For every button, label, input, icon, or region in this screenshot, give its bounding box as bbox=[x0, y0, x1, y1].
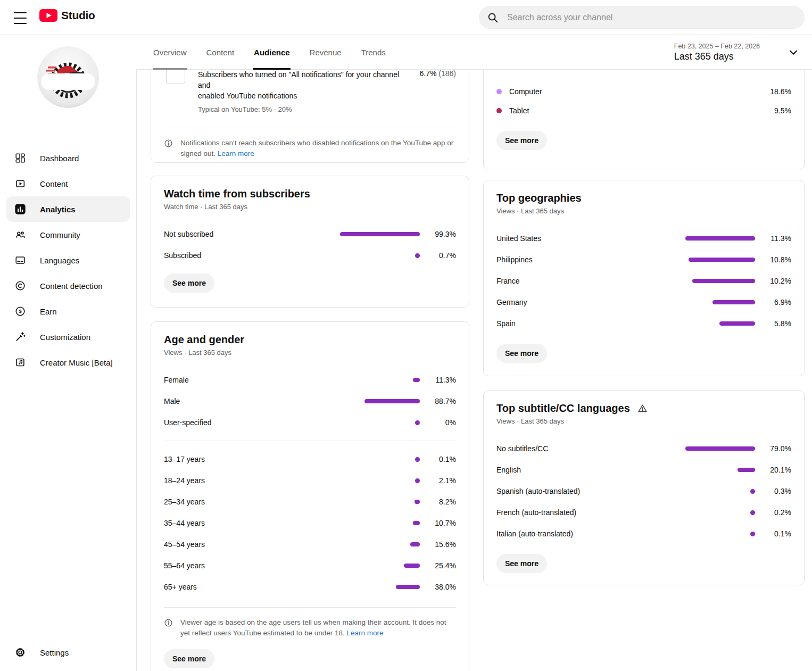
stat-label: United States bbox=[496, 234, 685, 243]
stat-value: 6.9% bbox=[763, 298, 791, 306]
stat-row: Subscribed 0.7% bbox=[164, 245, 456, 266]
stat-bar bbox=[719, 321, 755, 326]
notifications-value: 6.7% (186) bbox=[420, 70, 457, 78]
sidebar: Dashboard Content Analytics Community bbox=[0, 35, 137, 671]
stat-bar bbox=[415, 500, 420, 504]
analytics-content[interactable]: Subscribers who turned on "All notificat… bbox=[136, 70, 812, 671]
legend-value: 9.5% bbox=[763, 106, 791, 115]
stat-row: France 10.2% bbox=[496, 270, 791, 292]
youtube-studio-logo[interactable]: Studio bbox=[39, 9, 95, 22]
stat-bar bbox=[415, 420, 420, 425]
stat-value: 0.2% bbox=[763, 508, 791, 517]
learn-more-link[interactable]: Learn more bbox=[346, 629, 383, 637]
search-input[interactable] bbox=[506, 12, 799, 23]
notifications-card: Subscribers who turned on "All notificat… bbox=[151, 70, 469, 163]
sidebar-settings: Settings bbox=[0, 640, 136, 665]
youtube-studio-analytics-page: Studio bbox=[0, 0, 812, 671]
sidebar-item-earn[interactable]: $ Earn bbox=[0, 299, 136, 324]
tab-trends[interactable]: Trends bbox=[361, 35, 386, 70]
card-title: Top geographies bbox=[496, 192, 791, 204]
date-range-picker[interactable]: Feb 23, 2025 – Feb 22, 2026 Last 365 day… bbox=[674, 35, 799, 70]
stat-row: 65+ years 38.0% bbox=[164, 576, 456, 598]
tabs: Overview Content Audience Revenue Trends bbox=[153, 35, 386, 70]
dollar-icon: $ bbox=[14, 305, 27, 318]
card-subtitle: Views · Last 365 days bbox=[496, 417, 791, 425]
chevron-down-icon bbox=[788, 46, 799, 58]
stat-row: 45–54 years 15.6% bbox=[164, 534, 456, 555]
card-title: Top subtitle/CC languages bbox=[496, 402, 791, 415]
sidebar-item-content-detection[interactable]: Content detection bbox=[0, 273, 136, 299]
age-gender-chart: Female 11.3% Male 88.7% User-specified 0… bbox=[164, 369, 456, 598]
stat-bar bbox=[410, 542, 420, 546]
stat-value: 2.1% bbox=[427, 476, 456, 485]
stat-value: 0.3% bbox=[763, 487, 791, 495]
stat-value: 5.8% bbox=[763, 319, 791, 328]
subtitles-chart: No subtitles/CC 79.0% English 20.1% Span… bbox=[496, 438, 791, 544]
notifications-typical: Typical on YouTube: 5% - 20% bbox=[198, 104, 411, 115]
see-more-button[interactable]: See more bbox=[164, 649, 214, 668]
stat-label: 35–44 years bbox=[164, 519, 364, 527]
stat-label: Male bbox=[164, 397, 364, 405]
search-bar[interactable] bbox=[479, 6, 805, 29]
stat-label: Germany bbox=[496, 298, 685, 306]
sidebar-item-languages[interactable]: Languages bbox=[0, 247, 136, 273]
stat-row: English 20.1% bbox=[496, 459, 791, 481]
legend-label: Tablet bbox=[509, 106, 755, 115]
stat-value: 0% bbox=[427, 418, 456, 427]
tab-overview[interactable]: Overview bbox=[153, 35, 187, 70]
tab-revenue[interactable]: Revenue bbox=[309, 35, 342, 70]
see-more-button[interactable]: See more bbox=[496, 131, 547, 150]
stat-row: Spain 5.8% bbox=[496, 313, 791, 334]
devices-legend: Computer 18.6% Tablet 9.5% bbox=[496, 82, 791, 120]
notifications-stat-row: Subscribers who turned on "All notificat… bbox=[164, 70, 456, 115]
stat-bar bbox=[750, 510, 755, 515]
see-more-button[interactable]: See more bbox=[496, 344, 547, 363]
menu-icon[interactable] bbox=[14, 11, 27, 25]
stat-bar bbox=[404, 564, 420, 568]
learn-more-link[interactable]: Learn more bbox=[218, 150, 254, 158]
tab-audience[interactable]: Audience bbox=[253, 35, 291, 70]
stat-label: Subscribed bbox=[164, 251, 340, 260]
notifications-desc-line1: Subscribers who turned on "All notificat… bbox=[198, 70, 411, 90]
stat-label: French (auto-translated) bbox=[496, 508, 685, 517]
stat-value: 10.8% bbox=[763, 255, 791, 264]
community-icon bbox=[14, 228, 27, 241]
card-subtitle: Views · Last 365 days bbox=[496, 207, 791, 215]
stat-label: English bbox=[496, 466, 685, 474]
notifications-desc-line2: enabled YouTube notifications bbox=[198, 90, 411, 101]
notifications-count: (186) bbox=[438, 70, 456, 78]
sidebar-item-community[interactable]: Community bbox=[0, 222, 136, 247]
stat-bar bbox=[415, 478, 420, 483]
info-icon bbox=[164, 139, 173, 148]
content-icon bbox=[14, 177, 27, 190]
stat-value: 10.7% bbox=[427, 519, 456, 527]
legend-dot bbox=[496, 108, 502, 113]
sidebar-item-label: Creator Music [Beta] bbox=[40, 358, 113, 367]
stat-label: France bbox=[496, 277, 685, 285]
sidebar-item-settings[interactable]: Settings bbox=[0, 640, 136, 665]
see-more-button[interactable]: See more bbox=[164, 274, 214, 293]
stat-label: User-specified bbox=[164, 418, 364, 427]
card-title: Age and gender bbox=[164, 334, 456, 346]
geographies-chart: United States 11.3% Philippines 10.8% Fr… bbox=[496, 228, 791, 334]
stat-row: Male 88.7% bbox=[164, 391, 456, 412]
channel-avatar[interactable] bbox=[37, 46, 99, 108]
see-more-button[interactable]: See more bbox=[496, 554, 547, 573]
stat-bar bbox=[340, 232, 420, 236]
sidebar-item-analytics[interactable]: Analytics bbox=[6, 196, 130, 222]
stat-row: 18–24 years 2.1% bbox=[164, 470, 456, 491]
stat-value: 0.1% bbox=[763, 529, 791, 538]
stat-row: French (auto-translated) 0.2% bbox=[496, 502, 791, 523]
sidebar-item-dashboard[interactable]: Dashboard bbox=[0, 145, 136, 171]
analytics-icon bbox=[14, 203, 27, 216]
stat-value: 11.3% bbox=[763, 234, 791, 243]
stat-value: 0.7% bbox=[427, 251, 456, 260]
sidebar-item-content[interactable]: Content bbox=[0, 171, 136, 196]
sidebar-item-creator-music[interactable]: Creator Music [Beta] bbox=[0, 350, 136, 375]
tab-content[interactable]: Content bbox=[206, 35, 235, 70]
stat-value: 99.3% bbox=[427, 230, 456, 238]
stat-row: Not subscribed 99.3% bbox=[164, 223, 456, 245]
stat-bar bbox=[364, 399, 420, 403]
sidebar-item-customization[interactable]: Customization bbox=[0, 324, 136, 350]
subtitles-card: Top subtitle/CC languages Views · Last 3… bbox=[483, 390, 805, 585]
